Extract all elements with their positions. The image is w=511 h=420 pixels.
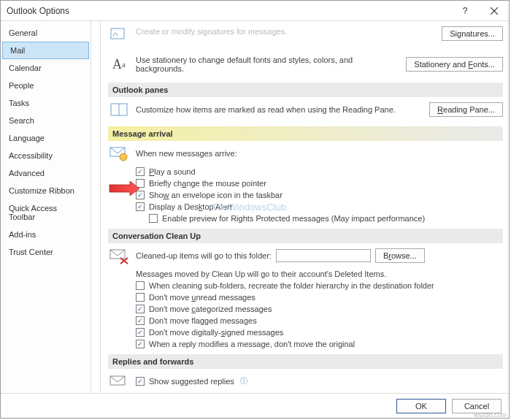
stationery-text: Use stationery to change default fonts a… <box>136 56 400 73</box>
sidebar-item-calendar[interactable]: Calendar <box>1 59 91 77</box>
checkbox-suggested-replies[interactable] <box>136 377 145 386</box>
label-mouse-pointer: Briefly change the mouse pointer <box>149 179 266 188</box>
checkbox-signed[interactable] <box>136 328 145 337</box>
sidebar-item-general[interactable]: General <box>1 24 91 42</box>
label-envelope-taskbar: Show an envelope icon in the taskbar <box>149 191 283 199</box>
envelope-bell-icon <box>108 144 130 163</box>
label-flagged: Don't move flagged messages <box>149 316 257 325</box>
message-arrival-header: Message arrival <box>108 126 503 141</box>
label-play-sound: Play a sound <box>149 167 196 176</box>
checkbox-categorized[interactable] <box>136 305 145 313</box>
sidebar-item-add-ins[interactable]: Add-ins <box>1 226 91 243</box>
label-suggested-replies: Show suggested replies <box>149 377 234 386</box>
signature-icon <box>108 24 130 43</box>
label-recreate-hierarchy: When cleaning sub-folders, recreate the … <box>149 281 434 290</box>
titlebar: Outlook Options ? <box>1 1 509 21</box>
label-rights-preview: Enable preview for Rights Protected mess… <box>162 214 425 223</box>
outlook-panes-header: Outlook panes <box>108 83 503 97</box>
window-title: Outlook Options <box>7 6 69 16</box>
browse-button[interactable]: Browse... <box>375 248 425 263</box>
cleanup-folder-input[interactable] <box>276 249 371 262</box>
help-button[interactable]: ? <box>450 1 480 21</box>
checkbox-unread[interactable] <box>136 293 145 302</box>
sidebar-item-mail[interactable]: Mail <box>2 42 89 59</box>
label-reply-modifies: When a reply modifies a message, don't m… <box>149 340 355 348</box>
checkbox-mouse-pointer[interactable] <box>136 179 145 188</box>
fonts-icon: Aa <box>108 55 130 74</box>
checkbox-envelope-taskbar[interactable] <box>136 191 145 199</box>
svg-point-6 <box>120 153 127 161</box>
close-button[interactable] <box>480 1 509 21</box>
info-icon[interactable]: ⓘ <box>240 376 247 386</box>
watermark-corner: wsxdn.com <box>474 411 507 419</box>
ok-button[interactable]: OK <box>396 399 446 413</box>
checkbox-desktop-alert[interactable] <box>136 202 145 211</box>
sidebar-item-tasks[interactable]: Tasks <box>1 94 91 112</box>
sidebar-item-search[interactable]: Search <box>1 112 91 129</box>
cleanup-icon <box>108 246 130 265</box>
checkbox-rights-preview[interactable] <box>149 214 158 223</box>
sidebar-item-language[interactable]: Language <box>1 129 91 147</box>
reading-pane-icon <box>108 100 130 119</box>
reading-pane-button[interactable]: Reading Pane... <box>429 102 503 117</box>
replies-forwards-header: Replies and forwards <box>108 354 503 369</box>
checkbox-play-sound[interactable] <box>136 167 145 176</box>
signatures-text: Create or modify signatures for messages… <box>136 27 436 36</box>
sidebar-item-accessibility[interactable]: Accessibility <box>1 147 91 164</box>
conversation-cleanup-header: Conversation Clean Up <box>108 229 503 243</box>
sidebar-item-quick-access-toolbar[interactable]: Quick Access Toolbar <box>1 199 91 226</box>
sidebar: General Mail Calendar People Tasks Searc… <box>1 21 91 393</box>
label-categorized: Don't move categorized messages <box>149 305 272 313</box>
svg-rect-2 <box>111 28 124 39</box>
content-pane: Create or modify signatures for messages… <box>91 21 509 393</box>
sidebar-item-customize-ribbon[interactable]: Customize Ribbon <box>1 182 91 199</box>
label-desktop-alert: Display a Desktop Alert <box>149 202 232 211</box>
arrival-lead: When new messages arrive: <box>136 149 503 158</box>
cleanup-lead: Cleaned-up items will go to this folder: <box>136 251 272 260</box>
cleanup-note: Messages moved by Clean Up will go to th… <box>108 268 503 280</box>
sidebar-item-people[interactable]: People <box>1 77 91 94</box>
dialog-footer: OK Cancel <box>1 393 509 418</box>
checkbox-flagged[interactable] <box>136 316 145 325</box>
sidebar-item-advanced[interactable]: Advanced <box>1 164 91 182</box>
checkbox-recreate-hierarchy[interactable] <box>136 281 145 290</box>
reading-pane-text: Customize how items are marked as read w… <box>136 105 423 114</box>
label-signed: Don't move digitally-signed messages <box>149 328 283 337</box>
signatures-button[interactable]: Signatures... <box>442 26 503 41</box>
sidebar-item-trust-center[interactable]: Trust Center <box>1 243 91 261</box>
stationery-fonts-button[interactable]: Stationery and Fonts... <box>406 57 503 72</box>
checkbox-reply-modifies[interactable] <box>136 340 145 348</box>
reply-icon <box>108 372 130 391</box>
label-unread: Don't move unread messages <box>149 293 256 302</box>
